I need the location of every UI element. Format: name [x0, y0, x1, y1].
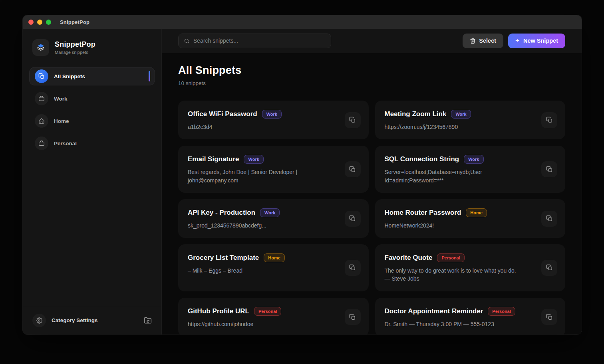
active-indicator — [149, 71, 150, 81]
copy-button[interactable] — [541, 112, 557, 128]
snippet-content: https://github.com/johndoe — [188, 320, 359, 328]
copy-button[interactable] — [541, 161, 557, 177]
snippet-content: sk_prod_1234567890abcdefg... — [188, 222, 359, 229]
sidebar-item-label: Work — [54, 96, 68, 102]
page-title: All Snippets — [178, 64, 565, 77]
copy-button[interactable] — [345, 260, 361, 276]
snippet-title: Grocery List Template — [188, 254, 259, 262]
snippet-title: Doctor Appointment Reminder — [385, 307, 483, 315]
snippet-content: https://zoom.us/j/1234567890 — [385, 123, 556, 131]
copy-button[interactable] — [345, 309, 361, 325]
category-badge: Work — [260, 208, 280, 217]
snippet-card: Home Router Password Home HomeNetwork202… — [375, 199, 566, 238]
trash-icon — [470, 38, 476, 44]
snippet-title: Home Router Password — [385, 209, 461, 217]
category-badge: Personal — [437, 253, 464, 262]
gear-icon — [36, 317, 42, 324]
snippet-card: SQL Connection String Work Server=localh… — [375, 146, 566, 193]
sidebar-nav: All Snippets Work Home Personal — [23, 65, 161, 156]
layers-logo-icon — [36, 43, 46, 52]
sidebar-footer: Category Settings — [23, 306, 161, 334]
app-logo — [32, 39, 49, 56]
copy-button[interactable] — [541, 309, 557, 325]
snippet-card: Grocery List Template Home – Milk – Eggs… — [178, 244, 369, 291]
sidebar-item-work[interactable]: Work — [29, 89, 155, 108]
snippet-title: Email Signature — [188, 155, 239, 163]
copy-button[interactable] — [541, 260, 557, 276]
snippet-title: Meeting Zoom Link — [385, 110, 447, 118]
copy-icon — [349, 264, 356, 271]
close-window-button[interactable] — [28, 20, 34, 25]
copy-icon — [546, 117, 553, 123]
snippet-card: Favorite Quote Personal The only way to … — [375, 244, 566, 291]
sidebar-item-all-snippets[interactable]: All Snippets — [29, 67, 155, 85]
category-badge: Personal — [488, 307, 515, 316]
sidebar: SnippetPop Manage snippets All Snippets … — [23, 29, 162, 334]
plus-icon: + — [515, 37, 519, 45]
snippet-card: GitHub Profile URL Personal https://gith… — [178, 298, 369, 334]
search-box[interactable] — [178, 34, 331, 48]
snippet-content: The only way to do great work is to love… — [385, 267, 556, 283]
snippet-card: Office WiFi Password Work a1b2c3d4 — [178, 101, 369, 139]
category-settings-button[interactable] — [32, 314, 46, 327]
snippet-content: Server=localhost;Database=mydb;User Id=a… — [385, 168, 556, 184]
copy-button[interactable] — [345, 161, 361, 177]
snippet-title: API Key - Production — [188, 209, 255, 217]
category-badge: Home — [466, 208, 487, 217]
zoom-window-button[interactable] — [46, 20, 51, 25]
new-snippet-button[interactable]: + New Snippet — [508, 34, 565, 48]
traffic-lights — [28, 20, 51, 25]
window-title: SnippetPop — [60, 19, 89, 25]
minimize-window-button[interactable] — [37, 20, 42, 25]
sidebar-item-personal[interactable]: Personal — [29, 134, 155, 152]
copy-button[interactable] — [541, 211, 557, 227]
sidebar-item-label: Personal — [54, 140, 77, 146]
copy-icon — [349, 117, 356, 123]
category-settings-label: Category Settings — [52, 317, 144, 323]
copy-icon — [349, 314, 356, 320]
folder-sync-button[interactable] — [144, 317, 152, 324]
copy-icon — [546, 264, 553, 271]
snippet-card: API Key - Production Work sk_prod_123456… — [178, 199, 369, 238]
copy-icon — [546, 166, 553, 173]
sidebar-header: SnippetPop Manage snippets — [23, 29, 161, 65]
snippet-card: Meeting Zoom Link Work https://zoom.us/j… — [375, 101, 566, 139]
copy-icon — [349, 166, 356, 173]
category-badge: Work — [464, 155, 483, 164]
snippet-count: 10 snippets — [178, 80, 565, 86]
snippet-title: Office WiFi Password — [188, 110, 257, 118]
main-area: Select + New Snippet All Snippets 10 sni… — [162, 29, 582, 334]
copy-button[interactable] — [345, 211, 361, 227]
sidebar-item-icon — [35, 92, 48, 105]
copy-icon — [546, 314, 553, 320]
snippet-content: – Milk – Eggs – Bread — [188, 267, 359, 275]
snippet-card: Doctor Appointment Reminder Personal Dr.… — [375, 298, 566, 334]
folder-sync-icon — [144, 317, 152, 324]
search-input[interactable] — [193, 38, 326, 44]
app-window: SnippetPop SnippetPop Manage snippets Al… — [23, 15, 582, 334]
copy-icon — [349, 215, 356, 222]
sidebar-item-label: Home — [54, 118, 69, 124]
select-button-label: Select — [479, 38, 496, 44]
category-badge: Home — [264, 253, 285, 262]
snippet-content: Best regards, John Doe | Senior Develope… — [188, 168, 359, 184]
search-icon — [184, 38, 190, 44]
category-badge: Personal — [254, 307, 281, 316]
snippet-title: Favorite Quote — [385, 254, 433, 262]
sidebar-item-home[interactable]: Home — [29, 112, 155, 130]
category-badge: Work — [451, 110, 471, 119]
snippet-title: GitHub Profile URL — [188, 307, 249, 315]
content-area: All Snippets 10 snippets Office WiFi Pas… — [162, 53, 582, 334]
sidebar-item-icon — [35, 69, 48, 83]
select-button[interactable]: Select — [463, 34, 503, 48]
snippet-content: a1b2c3d4 — [188, 123, 359, 131]
copy-button[interactable] — [345, 112, 361, 128]
topbar: Select + New Snippet — [162, 29, 582, 53]
snippet-grid: Office WiFi Password Work a1b2c3d4 Meeti… — [178, 101, 565, 334]
sidebar-item-icon — [35, 136, 48, 150]
category-badge: Work — [244, 155, 263, 164]
window-titlebar: SnippetPop — [23, 15, 582, 29]
snippet-card: Email Signature Work Best regards, John … — [178, 146, 369, 193]
copy-icon — [546, 215, 553, 222]
app-name: SnippetPop — [55, 40, 95, 49]
